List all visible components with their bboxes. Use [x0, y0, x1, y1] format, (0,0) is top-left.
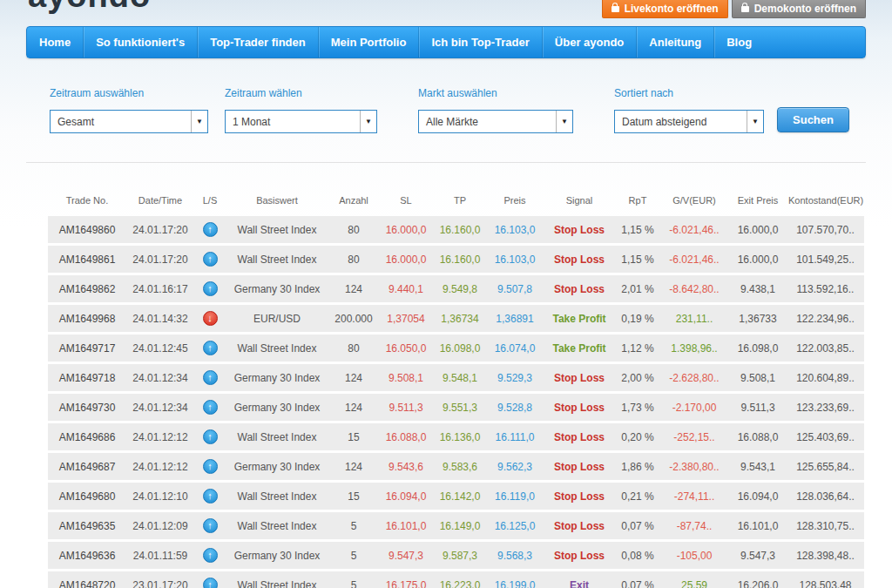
cell-sl: 9.543,6 — [379, 453, 433, 480]
nav-item-home[interactable]: Home — [27, 27, 84, 57]
top-buttons: Livekonto eröffnen Demokonto eröffnen — [602, 0, 866, 18]
column-header-sl: SL — [379, 186, 433, 213]
cell-sl: 9.508,1 — [379, 364, 433, 391]
cell-preis: 1,36891 — [487, 305, 543, 332]
cell-sl: 1,37054 — [379, 305, 433, 332]
cell-signal: Exit — [543, 571, 616, 588]
cell-preis: 9.528,8 — [487, 394, 543, 421]
cell-anzahl: 124 — [328, 364, 379, 391]
nav-item-ueber-ayondo[interactable]: Über ayondo — [543, 27, 637, 57]
cell-exit-preis: 1,36733 — [729, 305, 787, 332]
cell-kontostand: 122.003,85.. — [787, 335, 864, 362]
cell-preis: 16.103,0 — [487, 246, 543, 273]
nav-item-mein-portfolio[interactable]: Mein Portfolio — [319, 27, 420, 57]
cell-preis: 16.074,0 — [487, 335, 543, 362]
cell-basiswert: Germany 30 Index — [226, 394, 328, 421]
cell-kontostand: 113.592,16.. — [787, 275, 864, 302]
cell-anzahl: 80 — [328, 216, 379, 243]
nav-item-blog[interactable]: Blog — [714, 27, 764, 57]
cell-gv: -8.642,80.. — [659, 275, 729, 302]
cell-basiswert: Germany 30 Index — [226, 275, 328, 302]
cell-gv: -105,00 — [659, 542, 729, 569]
filter-zeitraum-waehlen: Zeitraum wählen1 Monat▼ — [225, 87, 377, 99]
cell-anzahl: 200.000 — [328, 305, 379, 332]
column-header-g-v-eur: G/V(EUR) — [659, 186, 729, 213]
table-body: AM164986024.01.17:20↑Wall Street Index80… — [48, 216, 864, 588]
cell-direction: ↑ — [194, 364, 226, 391]
cell-tp: 9.548,1 — [433, 364, 487, 391]
filter-markt-auswaehlen: Markt auswählenAlle Märkte▼ — [418, 87, 573, 99]
cell-exit-preis: 9.547,3 — [729, 542, 787, 569]
cell-gv: -6.021,46.. — [659, 216, 729, 243]
long-up-arrow-icon: ↑ — [203, 281, 218, 296]
cell-direction: ↑ — [194, 335, 226, 362]
open-live-account-button[interactable]: Livekonto eröffnen — [602, 0, 728, 18]
cell-kontostand: 101.549,25.. — [787, 246, 864, 273]
ayondo-logo[interactable]: ayondo — [28, 0, 151, 15]
cell-trade-no: AM1649862 — [48, 275, 126, 302]
cell-sl: 16.175,0 — [379, 571, 433, 588]
long-up-arrow-icon: ↑ — [203, 341, 218, 355]
open-demo-account-button[interactable]: Demokonto eröffnen — [732, 0, 866, 18]
divider — [26, 162, 866, 163]
cell-gv: 25,59 — [659, 571, 729, 588]
cell-basiswert: Germany 30 Index — [226, 453, 328, 480]
cell-datetime: 23.01.17:20 — [126, 571, 194, 588]
trade-row: AM164996824.01.14:32↓EUR/USD200.0001,370… — [48, 305, 864, 332]
cell-basiswert: EUR/USD — [226, 305, 328, 332]
dropdown-selected-value: Gesamt — [51, 111, 191, 132]
cell-anzahl: 5 — [328, 542, 379, 569]
cell-rpt: 0,07 % — [616, 571, 659, 588]
column-header-exit-preis: Exit Preis — [729, 186, 787, 213]
dropdown-arrow-icon: ▼ — [191, 111, 207, 132]
cell-tp: 9.549,8 — [433, 275, 487, 302]
cell-signal: Stop Loss — [543, 542, 616, 569]
sortiert-nach-dropdown[interactable]: Datum absteigend▼ — [614, 110, 764, 133]
long-up-arrow-icon: ↑ — [203, 400, 218, 415]
markt-auswaehlen-dropdown[interactable]: Alle Märkte▼ — [418, 110, 573, 133]
cell-direction: ↑ — [194, 394, 226, 421]
cell-anzahl: 5 — [328, 512, 379, 539]
cell-tp: 9.587,3 — [433, 542, 487, 569]
nav-item-so-funktioniert-s[interactable]: So funktioniert's — [84, 27, 198, 57]
cell-exit-preis: 16.000,0 — [729, 216, 787, 243]
zeitraum-auswaehlen-dropdown[interactable]: Gesamt▼ — [50, 110, 208, 133]
cell-datetime: 24.01.16:17 — [126, 275, 194, 302]
cell-kontostand: 120.604,89.. — [787, 364, 864, 391]
filter-zeitraum-auswaehlen: Zeitraum auswählenGesamt▼ — [50, 87, 208, 99]
long-up-arrow-icon: ↑ — [203, 548, 218, 563]
trade-row: AM164986024.01.17:20↑Wall Street Index80… — [48, 216, 864, 243]
trade-row: AM164963524.01.12:09↑Wall Street Index51… — [48, 512, 864, 539]
zeitraum-waehlen-dropdown[interactable]: 1 Monat▼ — [225, 110, 377, 133]
cell-kontostand: 128.503,48 — [787, 571, 864, 588]
cell-kontostand: 128.036,64.. — [787, 483, 864, 510]
nav-item-ich-bin-top-trader[interactable]: Ich bin Top-Trader — [419, 27, 542, 57]
nav-item-top-trader-finden[interactable]: Top-Trader finden — [198, 27, 319, 57]
cell-preis: 9.568,3 — [487, 542, 543, 569]
cell-basiswert: Wall Street Index — [226, 246, 328, 273]
cell-kontostand: 128.310,75.. — [787, 512, 864, 539]
trade-row: AM164971724.01.12:45↑Wall Street Index80… — [48, 335, 864, 362]
cell-tp: 16.160,0 — [433, 246, 487, 273]
main-nav: HomeSo funktioniert'sTop-Trader findenMe… — [26, 26, 866, 58]
cell-kontostand: 122.234,96.. — [787, 305, 864, 332]
nav-item-anleitung[interactable]: Anleitung — [637, 27, 714, 57]
demo-button-label: Demokonto eröffnen — [754, 3, 856, 15]
filter-label-sortiert-nach: Sortiert nach — [614, 87, 764, 99]
cell-gv: -6.021,46.. — [659, 246, 729, 273]
cell-exit-preis: 9.438,1 — [729, 275, 787, 302]
cell-datetime: 24.01.12:34 — [126, 364, 194, 391]
trades-table: Trade No.Date/TimeL/SBasiswertAnzahlSLTP… — [48, 183, 864, 588]
cell-sl: 9.547,3 — [379, 542, 433, 569]
cell-signal: Take Profit — [543, 335, 616, 362]
cell-exit-preis: 16.000,0 — [729, 246, 787, 273]
cell-rpt: 0,21 % — [616, 483, 659, 510]
search-button[interactable]: Suchen — [777, 107, 849, 132]
column-header-kontostand-eur: Kontostand(EUR) — [787, 186, 864, 213]
cell-direction: ↑ — [194, 246, 226, 273]
cell-tp: 16.223,0 — [433, 571, 487, 588]
cell-signal: Stop Loss — [543, 364, 616, 391]
cell-sl: 16.101,0 — [379, 512, 433, 539]
filter-label-zeitraum-waehlen: Zeitraum wählen — [225, 87, 377, 99]
cell-sl: 16.000,0 — [379, 216, 433, 243]
